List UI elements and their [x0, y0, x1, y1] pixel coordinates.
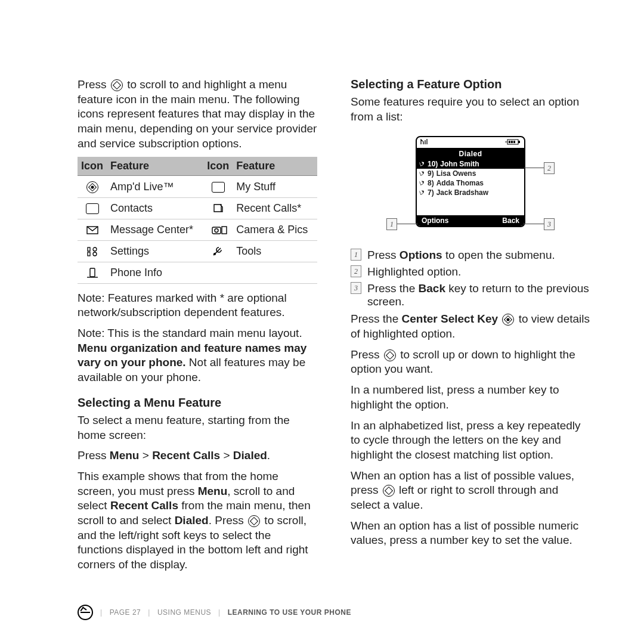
- text: Recent Calls: [110, 499, 178, 512]
- phone-screen: Dialed 10) John Smith 9) Lisa Owens 8) A…: [416, 136, 525, 227]
- text: >: [139, 449, 152, 462]
- example-paragraph: This example shows that from the home sc…: [78, 469, 317, 572]
- callout-1: 1: [386, 218, 397, 230]
- softkey-bar: Options Back: [417, 215, 524, 226]
- text: Dialed: [233, 449, 267, 462]
- legend-number: 2: [351, 265, 361, 277]
- message-center-icon: [86, 225, 99, 236]
- text: to open the submenu.: [442, 249, 555, 261]
- svg-rect-5: [88, 252, 90, 256]
- center-select-paragraph: Press the Center Select Key to view deta…: [351, 312, 590, 341]
- text: Press the: [367, 282, 419, 295]
- navkey-icon: [111, 79, 123, 91]
- ampd-live-icon: [86, 181, 98, 193]
- legend-text: Press Options to open the submenu.: [367, 249, 555, 262]
- feature-name: Phone Info: [107, 262, 203, 283]
- svg-rect-9: [90, 268, 95, 277]
- text: 10): [428, 160, 438, 168]
- text: left or right to scroll through and sele…: [351, 484, 558, 511]
- footer-logo-icon: [78, 605, 93, 620]
- text: . Press: [209, 514, 247, 527]
- svg-rect-12: [509, 141, 510, 143]
- navkey-icon: [383, 485, 395, 497]
- svg-point-8: [213, 253, 216, 255]
- my-stuff-icon: [212, 182, 225, 193]
- svg-rect-4: [88, 247, 90, 251]
- numbered-list-paragraph: In a numbered list, press a number key t…: [351, 383, 590, 412]
- text: Press: [367, 249, 400, 261]
- phone-info-icon: [86, 268, 99, 278]
- incoming-call-icon: [419, 190, 425, 196]
- contacts-icon: [86, 203, 99, 214]
- callout-lead: [524, 224, 544, 224]
- screen-title: Dialed: [417, 148, 524, 159]
- text: Press: [78, 78, 110, 91]
- text: Center Select Key: [402, 312, 499, 325]
- settings-icon: [86, 246, 99, 257]
- svg-point-2: [215, 228, 218, 232]
- text: Note: This is the standard main menu lay…: [78, 327, 302, 339]
- page-footer: | PAGE 27 | USING MENUS | LEARNING TO US…: [78, 605, 351, 620]
- th-feature: Feature: [107, 157, 203, 176]
- footer-chapter: LEARNING TO USE YOUR PHONE: [228, 608, 351, 617]
- tools-icon: [212, 246, 225, 257]
- incoming-call-icon: [419, 180, 425, 186]
- text: Back: [419, 282, 445, 295]
- callout-lead: [397, 224, 417, 224]
- list-item: 9) Lisa Owens: [417, 169, 524, 178]
- intro-paragraph: Press to scroll to and highlight a menu …: [78, 78, 317, 151]
- option-lead: Some features require you to select an o…: [351, 95, 590, 124]
- legend-item: 2 Highlighted option.: [351, 265, 590, 278]
- callout-lead: [524, 168, 544, 168]
- heading-selecting-feature-option: Selecting a Feature Option: [351, 78, 590, 91]
- svg-rect-11: [518, 141, 520, 143]
- text: Adda Thomas: [436, 179, 484, 187]
- numeric-values-paragraph: When an option has a list of possible nu…: [351, 519, 590, 548]
- svg-rect-14: [513, 141, 515, 143]
- text: Options: [400, 249, 442, 261]
- text: Dialed: [175, 514, 209, 527]
- text: Menu: [198, 485, 228, 497]
- text: Press: [78, 449, 110, 462]
- feature-name: Message Center*: [107, 219, 203, 240]
- svg-point-7: [93, 252, 97, 256]
- list-item: 8) Adda Thomas: [417, 178, 524, 188]
- text: Jack Bradshaw: [436, 188, 488, 197]
- feature-name: Recent Calls*: [233, 197, 317, 219]
- text: Menu: [110, 449, 140, 462]
- text: Lisa Owens: [436, 169, 476, 178]
- signal-icon: [420, 139, 431, 146]
- text: Press: [351, 348, 383, 361]
- legend-text: Press the Back key to return to the prev…: [367, 282, 590, 308]
- menu-lead: To select a menu feature, starting from …: [78, 413, 317, 442]
- th-feature: Feature: [233, 157, 317, 176]
- battery-icon: [505, 139, 521, 146]
- navkey-center-icon: [502, 314, 514, 326]
- incoming-call-icon: [419, 161, 425, 167]
- incoming-call-icon: [419, 171, 425, 177]
- feature-name: Contacts: [107, 197, 203, 219]
- camera-pics-icon: [212, 225, 225, 236]
- th-icon: Icon: [78, 157, 107, 176]
- heading-selecting-menu-feature: Selecting a Menu Feature: [78, 396, 317, 410]
- text: Recent Calls: [152, 449, 220, 462]
- scroll-paragraph: Press to scroll up or down to highlight …: [351, 348, 590, 377]
- feature-name: Camera & Pics: [233, 219, 317, 240]
- recent-calls-icon: [212, 203, 225, 214]
- alpha-list-paragraph: In an alphabetized list, press a key rep…: [351, 419, 590, 463]
- navkey-icon: [384, 349, 396, 361]
- svg-point-6: [93, 247, 97, 251]
- svg-rect-13: [511, 141, 513, 143]
- legend-number: 1: [351, 249, 361, 261]
- feature-icon-table: Icon Feature Icon Feature Amp'd Live™ My…: [78, 157, 317, 283]
- svg-rect-3: [222, 227, 227, 234]
- svg-rect-1: [212, 227, 221, 234]
- note-asterisk: Note: Features marked with * are optiona…: [78, 291, 317, 320]
- text: 7): [428, 188, 434, 197]
- legend-text: Highlighted option.: [367, 265, 461, 278]
- text: >: [220, 449, 233, 462]
- note-layout: Note: This is the standard main menu lay…: [78, 326, 317, 385]
- navkey-icon: [248, 515, 260, 527]
- legend-item: 1 Press Options to open the submenu.: [351, 249, 590, 262]
- callout-3: 3: [544, 218, 555, 230]
